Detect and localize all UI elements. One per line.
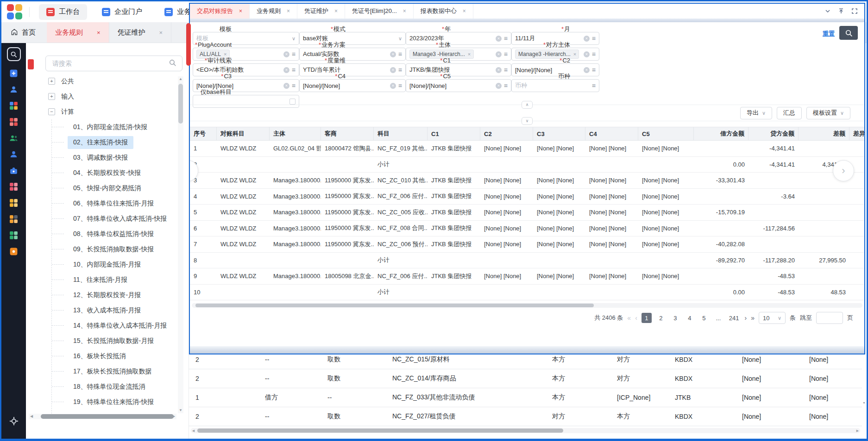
overlay-tab-1[interactable]: 业务规则× bbox=[250, 4, 297, 19]
apps-yellow-icon[interactable] bbox=[8, 197, 19, 208]
user-blue-icon[interactable] bbox=[8, 84, 19, 95]
list-picker-icon[interactable]: ≡ bbox=[592, 67, 596, 73]
list-picker-icon[interactable]: ≡ bbox=[398, 51, 402, 57]
list-picker-icon[interactable]: ≡ bbox=[504, 35, 508, 42]
tree-node-2[interactable]: −计算 bbox=[26, 104, 179, 119]
page-size-select[interactable]: 10∨ bbox=[759, 312, 786, 324]
toolbar-button-1[interactable]: 汇总 bbox=[777, 107, 802, 119]
list-picker-icon[interactable]: ≡ bbox=[504, 67, 508, 73]
clear-icon[interactable]: × bbox=[496, 83, 502, 89]
tree-expander-icon[interactable]: − bbox=[48, 108, 55, 115]
team-green-icon[interactable] bbox=[8, 132, 19, 143]
close-icon[interactable]: × bbox=[463, 8, 466, 14]
tree-node-0[interactable]: +公共 bbox=[26, 74, 179, 89]
tree-item-9[interactable]: 10、内部现金抵消-月报 bbox=[26, 257, 179, 272]
reset-link[interactable]: 重置 bbox=[823, 30, 835, 38]
list-picker-icon[interactable]: ≡ bbox=[398, 82, 402, 89]
plugin-gear-icon[interactable] bbox=[8, 416, 19, 427]
scroll-left-icon[interactable]: ◀ bbox=[191, 428, 196, 433]
window-edge-handle[interactable] bbox=[186, 23, 191, 66]
navbar-tab-0[interactable]: 业务规则× bbox=[47, 22, 109, 43]
overlay-tab-4[interactable]: 报表数据中心× bbox=[414, 4, 473, 19]
tree-expander-icon[interactable]: + bbox=[48, 93, 55, 100]
clear-icon[interactable]: × bbox=[584, 51, 590, 57]
close-icon[interactable]: × bbox=[239, 8, 242, 14]
close-icon[interactable]: × bbox=[403, 8, 406, 14]
clear-icon[interactable]: × bbox=[390, 67, 396, 73]
tree-item-17[interactable]: 18、特殊单位现金流抵消 bbox=[26, 379, 179, 394]
page-button[interactable]: 5 bbox=[699, 313, 709, 323]
list-picker-icon[interactable]: ≡ bbox=[504, 51, 508, 57]
panel-accent-handle[interactable] bbox=[28, 59, 34, 69]
tree-item-1[interactable]: 02、往来抵消-快报 bbox=[26, 135, 179, 150]
tree-item-14[interactable]: 15、长投抵消抽取数据-月报 bbox=[26, 333, 179, 348]
list-picker-icon[interactable]: ≡ bbox=[292, 67, 296, 73]
overlay-tab-0[interactable]: 交易对账报告× bbox=[190, 4, 250, 19]
fullscreen-icon[interactable] bbox=[851, 8, 858, 14]
tag-remove-icon[interactable]: × bbox=[224, 51, 226, 57]
app-blue-tile-icon[interactable] bbox=[8, 68, 19, 79]
toolbar-button-0[interactable]: 导出∨ bbox=[740, 107, 772, 119]
clear-icon[interactable]: × bbox=[283, 51, 289, 57]
navbar-tab-1[interactable]: 凭证维护× bbox=[109, 22, 172, 43]
tag-remove-icon[interactable]: × bbox=[573, 51, 576, 57]
close-icon[interactable]: × bbox=[159, 29, 163, 36]
tree-item-10[interactable]: 11、往来抵消-月报 bbox=[26, 272, 179, 287]
overlay-tab-3[interactable]: 凭证号[Elim]20...× bbox=[345, 4, 414, 19]
tree-item-13[interactable]: 14、特殊单位收入成本抵消-月报 bbox=[26, 318, 179, 333]
table-row[interactable]: 2--取数NC_ZC_014/库存商品本方对方KBDX[None][None] bbox=[189, 369, 862, 388]
table-row[interactable]: 5WLDZ WLDZManage3.180000...11950000 冀东发.… bbox=[190, 205, 864, 221]
tree-node-1[interactable]: +输入 bbox=[26, 89, 179, 104]
tree-item-18[interactable]: 19、特殊单位往来抵消-快报 bbox=[26, 394, 179, 410]
apps-red-icon[interactable] bbox=[8, 116, 19, 127]
scroll-up-icon[interactable]: ▲ bbox=[178, 76, 183, 82]
scrollbar-thumb[interactable] bbox=[178, 84, 183, 124]
page-button[interactable]: 1 bbox=[642, 313, 652, 323]
tree-search-input[interactable] bbox=[51, 59, 169, 68]
scrollbar-thumb[interactable] bbox=[197, 429, 563, 433]
table-row[interactable]: 10小计0.00-48.5348.53 bbox=[190, 285, 864, 301]
table-row[interactable]: 2小计0.00-4,341.414,341.41 bbox=[190, 157, 864, 173]
apps-pink-icon[interactable] bbox=[8, 181, 19, 192]
puzzle-blue-icon[interactable] bbox=[8, 165, 19, 176]
clear-icon[interactable]: × bbox=[496, 51, 502, 57]
page-button[interactable]: 241 bbox=[728, 313, 741, 323]
expand-filters-icon[interactable]: ∨ bbox=[522, 117, 533, 125]
table-row[interactable]: 4WLDZ WLDZManage3.180000...11950000 冀东发.… bbox=[190, 189, 864, 205]
scrollbar-thumb[interactable] bbox=[41, 414, 174, 419]
table-row[interactable]: 2--取数NC_FZ_027/租赁负债对方本方KBDX[None][None] bbox=[189, 407, 862, 426]
overlay-tab-2[interactable]: 凭证维护× bbox=[297, 4, 345, 19]
table-row[interactable]: 8小计-89,292.70-117,288.2027,995.50 bbox=[190, 253, 864, 269]
clear-icon[interactable]: × bbox=[390, 51, 396, 57]
tree-item-12[interactable]: 13、收入成本抵消-月报 bbox=[26, 303, 179, 318]
collapse-filters-icon[interactable]: ∧ bbox=[522, 101, 533, 109]
table-row[interactable]: 7WLDZ WLDZManage3.180000...11950000 冀东发.… bbox=[190, 236, 864, 253]
topbar-tab-1[interactable]: 企业门户 bbox=[94, 4, 150, 20]
list-picker-icon[interactable]: ≡ bbox=[292, 82, 296, 89]
pin-top-icon[interactable] bbox=[838, 8, 844, 14]
app-orange-icon[interactable] bbox=[8, 246, 19, 257]
apps-amber-icon[interactable] bbox=[8, 213, 19, 224]
scroll-down-icon[interactable]: ▼ bbox=[862, 400, 867, 405]
field-control-lov[interactable]: [None]/[None]×≡ bbox=[406, 79, 511, 92]
table-row[interactable]: 6WLDZ WLDZManage3.180000...11950000 冀东发.… bbox=[190, 221, 864, 237]
jump-page-input[interactable] bbox=[816, 312, 843, 324]
tree-horizontal-scrollbar[interactable]: ◀ ▶ bbox=[29, 414, 176, 419]
tree-item-5[interactable]: 06、特殊单位往来抵消-月报 bbox=[26, 196, 179, 211]
page-button[interactable]: 3 bbox=[670, 313, 680, 323]
search-icon[interactable] bbox=[7, 47, 21, 61]
clear-icon[interactable]: × bbox=[496, 67, 502, 73]
list-picker-icon[interactable]: ≡ bbox=[592, 35, 596, 42]
tree-vertical-scrollbar[interactable]: ▲ ▼ bbox=[178, 76, 183, 413]
clear-icon[interactable]: × bbox=[283, 67, 289, 73]
page-button[interactable]: 2 bbox=[656, 313, 666, 323]
table-horizontal-scrollbar[interactable] bbox=[192, 303, 862, 308]
scroll-right-icon[interactable]: ▶ bbox=[171, 414, 176, 419]
clear-icon[interactable]: × bbox=[390, 83, 396, 89]
home-button[interactable]: 首页 bbox=[1, 22, 47, 43]
tree-item-7[interactable]: 08、特殊单位权益抵消-快报 bbox=[26, 226, 179, 242]
clear-icon[interactable]: × bbox=[584, 36, 590, 42]
page-next-icon[interactable]: » bbox=[751, 314, 755, 322]
list-picker-icon[interactable]: ≡ bbox=[592, 51, 596, 57]
scroll-left-icon[interactable]: ◀ bbox=[29, 414, 34, 419]
